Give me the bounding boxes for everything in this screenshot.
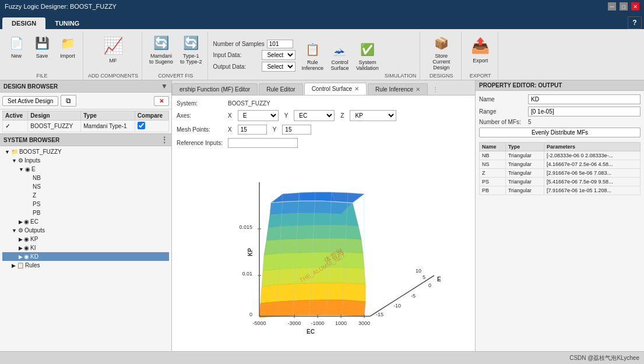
root-arrow[interactable]: ▼: [5, 149, 10, 155]
tree-kd[interactable]: ▶ ◉ KD: [2, 252, 169, 261]
system-browser: SYSTEM BROWSER ⋮ ▼ 📁 BOOST_FUZZY ▼ ⚙ Inp…: [0, 133, 171, 351]
tab-more[interactable]: ⋮: [429, 84, 442, 95]
e-arrow[interactable]: ▼: [19, 167, 24, 172]
prop-editor-header: PROPERTY EDITOR: OUTPUT: [476, 80, 644, 91]
tab-control-surface[interactable]: Control Surface ✕: [304, 83, 367, 95]
maximize-button[interactable]: □: [620, 2, 628, 10]
copy-design-button[interactable]: ⧉: [61, 95, 76, 107]
e-icon: ◉: [25, 166, 30, 172]
control-surface-button[interactable]: 🗻 ControlSurface: [328, 39, 351, 72]
minimize-button[interactable]: ─: [608, 2, 616, 10]
new-button[interactable]: 📄 New: [5, 33, 28, 60]
ribbon-group-simulation: Number of Samples 101 Input Data: Select…: [209, 31, 420, 80]
ribbon-tab-bar: DESIGN TUNING ?: [0, 13, 644, 29]
name-input[interactable]: KD: [528, 94, 641, 104]
store-design-button[interactable]: 📦 Store CurrentDesign: [425, 33, 458, 72]
evenly-distribute-button[interactable]: Evenly Distribute MFs: [479, 128, 641, 137]
save-button[interactable]: 💾 Save: [30, 33, 54, 60]
name-label: Name: [479, 96, 526, 103]
mesh-y-input[interactable]: 15: [282, 125, 311, 135]
ref-inputs-label: Reference Inputs:: [177, 140, 223, 146]
inputs-arrow[interactable]: ▼: [12, 158, 17, 164]
col-type: Type: [81, 111, 135, 121]
tree-kp[interactable]: ▶ ◉ KP: [2, 235, 169, 243]
mf-row-nb[interactable]: NB Triangular [-2.08333e-06 0 2.08333e-.…: [480, 151, 641, 160]
export-button[interactable]: 📤 Export: [466, 33, 494, 65]
tab-rule-editor[interactable]: Rule Editor: [259, 83, 302, 95]
system-browser-header: SYSTEM BROWSER ⋮: [0, 133, 171, 146]
tree-e-nb[interactable]: NB: [2, 174, 169, 182]
mamdani-to-sugeno-button[interactable]: 🔄 Mamdanito Sugeno: [147, 33, 175, 66]
import-button[interactable]: 📁 Import: [56, 33, 79, 60]
system-browser-toggle[interactable]: ⋮: [161, 136, 168, 144]
design-row[interactable]: ✓ BOOST_FUZZY Mamdani Type-1: [3, 121, 169, 132]
input-data-select[interactable]: Select: [262, 50, 295, 60]
tab-mf-editor[interactable]: ership Function (MF) Editor: [172, 83, 258, 95]
e-nb-label: NB: [33, 175, 41, 181]
x-axis-select[interactable]: E: [238, 110, 279, 121]
col-design: Design: [28, 111, 81, 121]
mf-row-z[interactable]: Z Triangular [2.91667e-06 5e-06 7.083...: [480, 169, 641, 178]
svg-text:0.01: 0.01: [242, 271, 252, 277]
designs-group-label: DESIGNS: [430, 73, 453, 80]
y-axis-label: Y: [284, 112, 288, 119]
system-validation-button[interactable]: ✅ SystemValidation: [354, 39, 381, 72]
ref-inputs-field[interactable]: [228, 138, 298, 148]
tab-design[interactable]: DESIGN: [2, 17, 45, 29]
tree-outputs[interactable]: ▼ ⚙ Outputs: [2, 226, 169, 235]
tree-e-ps[interactable]: PS: [2, 200, 169, 208]
mf-row-ns[interactable]: NS Triangular [4.16667e-07 2.5e-06 4.58.…: [480, 160, 641, 169]
store-design-icon: 📦: [432, 34, 451, 52]
type1-to-type2-button[interactable]: 🔄 Type-1to Type-2: [178, 33, 204, 66]
rule-inference-button[interactable]: 📋 RuleInference: [299, 39, 326, 72]
design-table: Active Design Type Compare ✓ BOOST_FUZZY…: [2, 111, 169, 132]
design-controls: Set Active Design ⧉ ✕: [0, 93, 171, 109]
help-button[interactable]: ?: [628, 16, 642, 29]
tab-tuning[interactable]: TUNING: [45, 17, 89, 29]
tree-e-ns[interactable]: NS: [2, 182, 169, 191]
compare-checkbox[interactable]: [138, 122, 145, 129]
prop-name-row: Name KD: [479, 94, 641, 104]
ki-arrow[interactable]: ▶: [19, 245, 23, 251]
tree-ki[interactable]: ▶ ◉ KI: [2, 243, 169, 252]
outputs-icon: ⚙: [18, 227, 23, 234]
svg-text:-10: -10: [393, 303, 401, 309]
e-label: E: [31, 166, 36, 172]
ec-arrow[interactable]: ▶: [19, 219, 23, 225]
kp-arrow[interactable]: ▶: [19, 236, 23, 242]
delete-design-button[interactable]: ✕: [154, 96, 169, 106]
mf-row-pb[interactable]: PB Triangular [7.91667e-06 1e-05 1.208..…: [480, 186, 641, 195]
tab-ri-close[interactable]: ✕: [416, 86, 420, 93]
output-data-select[interactable]: Select: [262, 62, 295, 72]
close-button[interactable]: ✕: [631, 2, 639, 10]
num-samples-input[interactable]: 101: [267, 40, 293, 48]
tree-inputs[interactable]: ▼ ⚙ Inputs: [2, 156, 169, 165]
rules-arrow[interactable]: ▶: [12, 263, 16, 268]
design-browser-toggle[interactable]: ▼: [161, 82, 168, 90]
mf-row-ps[interactable]: PS Triangular [5.41667e-06 7.5e-09 9.58.…: [480, 178, 641, 186]
axes-row: Axes: X E Y EC Z KP: [177, 110, 470, 121]
tree-rules[interactable]: ▶ 📋 Rules: [2, 261, 169, 270]
mf-z-type: Triangular: [505, 169, 544, 178]
num-samples-spinner[interactable]: 101: [267, 40, 293, 48]
mesh-x-input[interactable]: 15: [238, 125, 267, 135]
outputs-arrow[interactable]: ▼: [12, 228, 17, 234]
mf-z-name: Z: [480, 169, 506, 178]
outputs-label: Outputs: [24, 227, 45, 234]
ribbon-group-convert-fis: 🔄 Mamdanito Sugeno 🔄 Type-1to Type-2 CON…: [143, 31, 208, 80]
tree-e[interactable]: ▼ ◉ E: [2, 165, 169, 174]
tree-e-z[interactable]: Z: [2, 191, 169, 200]
z-axis-select[interactable]: KP: [350, 110, 396, 121]
kd-arrow[interactable]: ▶: [19, 254, 23, 260]
mesh-y-label: Y: [273, 126, 277, 133]
y-axis-select[interactable]: EC: [294, 110, 335, 121]
tree-root[interactable]: ▼ 📁 BOOST_FUZZY: [2, 147, 169, 156]
tab-rule-inference[interactable]: Rule Inference ✕: [368, 83, 428, 95]
tree-ec[interactable]: ▶ ◉ EC: [2, 217, 169, 226]
mf-button[interactable]: 📈 MF: [99, 33, 127, 65]
tab-cs-close[interactable]: ✕: [354, 86, 359, 92]
range-input[interactable]: [0 1e-05]: [528, 107, 641, 116]
design-table-container: Active Design Type Compare ✓ BOOST_FUZZY…: [0, 109, 171, 133]
tree-e-pb[interactable]: PB: [2, 208, 169, 217]
set-active-design-button[interactable]: Set Active Design: [2, 96, 58, 106]
